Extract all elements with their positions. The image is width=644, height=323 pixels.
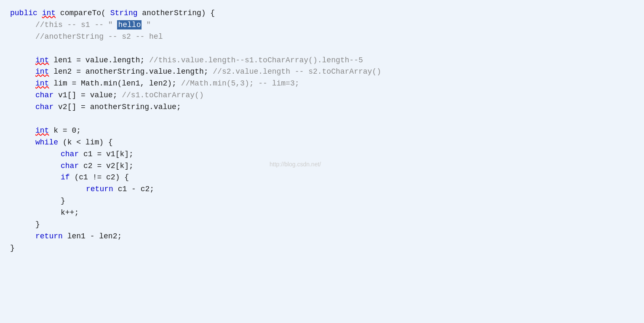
keyword-int-2: int [35,56,49,64]
highlighted-string: hello [117,20,142,29]
code-line-2: //this -- s1 -- " hello " [10,19,634,31]
comment-6: //s1.toCharArray() [122,91,203,99]
code-line-7: int lim = Math.min(len1, len2); //Math.m… [10,78,634,90]
code-line-8: char v1[] = value; //s1.toCharArray() [10,90,634,101]
keyword-if: if [61,173,70,182]
code-line-13: char c1 = v1[k]; [10,149,634,160]
keyword-return-1: return [86,185,113,193]
keyword-int-4: int [35,79,49,88]
comment-5: //Math.min(5,3); -- lim=3; [181,79,299,88]
code-line-6: int len2 = anotherString.value.length; /… [10,66,634,78]
comment-3: //this.value.length--s1.toCharArray().le… [149,56,363,64]
code-line-5: int len1 = value.length; //this.value.le… [10,55,634,67]
code-line-3: //anotherString -- s2 -- hel [10,31,634,43]
keyword-int-1: int [42,9,56,17]
code-line-9: char v2[] = anotherString.value; [10,101,634,113]
code-line-15: if (c1 != c2) { [10,172,634,184]
keyword-return-2: return [35,232,63,240]
code-line-16: return c1 - c2; [10,184,634,195]
code-line-10-blank [10,113,634,125]
code-line-4-blank [10,43,634,55]
comment-1b: " [146,21,151,29]
keyword-char-3: char [61,150,79,158]
keyword-char-2: char [35,103,53,111]
keyword-char-4: char [61,162,79,170]
type-string: String [110,9,138,17]
keyword-public: public [10,9,37,17]
keyword-int-5: int [35,126,49,135]
comment-1: //this -- s1 -- " [35,21,113,29]
code-line-12: while (k < lim) { [10,137,634,149]
code-line-21: } [10,243,634,254]
code-line-14: char c2 = v2[k]; [10,160,634,172]
code-line-11: int k = 0; [10,125,634,137]
code-line-20: return len1 - len2; [10,231,634,243]
code-line-1: public int compareTo( String anotherStri… [10,8,634,19]
code-line-17: } [10,195,634,207]
keyword-while: while [35,138,58,147]
code-line-19: } [10,219,634,231]
comment-4: //s2.value.length -- s2.toCharArray() [213,67,381,76]
keyword-int-3: int [35,67,49,76]
code-viewer: public int compareTo( String anotherStri… [0,0,644,323]
comment-2: //anotherString -- s2 -- hel [35,32,163,41]
code-line-18: k++; [10,207,634,219]
keyword-char-1: char [35,91,53,99]
